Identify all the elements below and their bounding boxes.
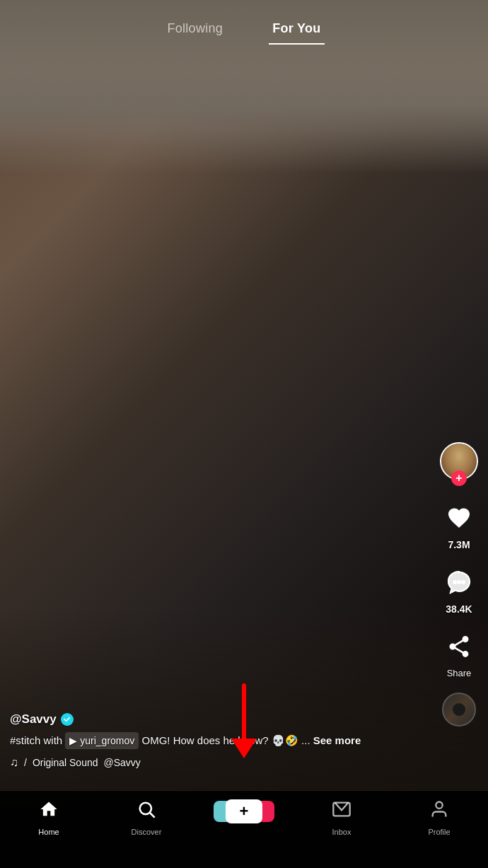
music-creator: @Savvy <box>104 757 141 768</box>
creator-username[interactable]: @Savvy <box>10 712 57 727</box>
like-button[interactable]: 7.3M <box>441 500 477 550</box>
music-note-icon: ♫ <box>10 756 18 769</box>
see-more-button[interactable]: See more <box>313 734 361 746</box>
nav-item-home[interactable]: Home <box>0 799 98 836</box>
music-separator: / <box>24 757 27 768</box>
inbox-label: Inbox <box>332 828 352 836</box>
creator-avatar-container[interactable]: + <box>440 442 478 480</box>
right-action-sidebar: + 7.3M 38.4K Share <box>440 442 478 727</box>
tab-following[interactable]: Following <box>163 14 226 43</box>
search-icon <box>136 799 156 824</box>
bottom-navigation: Home Discover + Inbox <box>0 790 488 868</box>
top-navigation: Following For You <box>0 0 488 45</box>
video-description: #stitch with ▶ yuri_gromov OMG! How does… <box>10 732 431 749</box>
nav-item-discover[interactable]: Discover <box>98 799 195 836</box>
svg-point-3 <box>140 803 151 814</box>
video-info: @Savvy #stitch with ▶ yuri_gromov OMG! H… <box>10 712 431 769</box>
music-disc-button[interactable] <box>442 693 476 727</box>
heart-icon <box>441 500 477 536</box>
inbox-icon <box>332 799 352 824</box>
tab-for-you[interactable]: For You <box>269 14 324 45</box>
comment-count: 38.4K <box>446 603 472 615</box>
sound-tag[interactable]: ▶ yuri_gromov <box>65 732 139 749</box>
arrow-head <box>231 739 257 758</box>
discover-label: Discover <box>132 828 162 836</box>
comment-button[interactable]: 38.4K <box>441 565 477 615</box>
svg-line-4 <box>150 813 154 817</box>
profile-icon <box>429 799 449 824</box>
follow-button[interactable]: + <box>451 470 467 486</box>
music-name: Original Sound <box>33 757 98 768</box>
username-row: @Savvy <box>10 712 431 727</box>
like-count: 7.3M <box>448 539 470 550</box>
svg-point-5 <box>436 802 442 809</box>
home-icon <box>39 799 59 824</box>
red-arrow-indicator <box>231 683 257 758</box>
music-disc <box>442 693 476 727</box>
nav-item-create[interactable]: + <box>195 799 293 823</box>
music-disc-center <box>453 703 465 716</box>
plus-center-button[interactable]: + <box>226 799 262 823</box>
share-icon <box>441 629 477 664</box>
create-button-wrapper: + <box>219 799 269 823</box>
home-label: Home <box>38 828 59 836</box>
description-text: OMG! How does he know? 💀🤣 ... <box>141 734 313 746</box>
verified-badge <box>61 713 74 726</box>
comment-icon <box>441 565 477 600</box>
arrow-line <box>242 683 246 740</box>
music-row[interactable]: ♫ / Original Sound @Savvy <box>10 756 431 769</box>
share-button[interactable]: Share <box>441 629 477 678</box>
share-label: Share <box>447 668 472 678</box>
profile-label: Profile <box>428 828 450 836</box>
nav-item-profile[interactable]: Profile <box>390 799 488 836</box>
nav-item-inbox[interactable]: Inbox <box>293 799 390 836</box>
description-stitch: #stitch with <box>10 734 65 746</box>
